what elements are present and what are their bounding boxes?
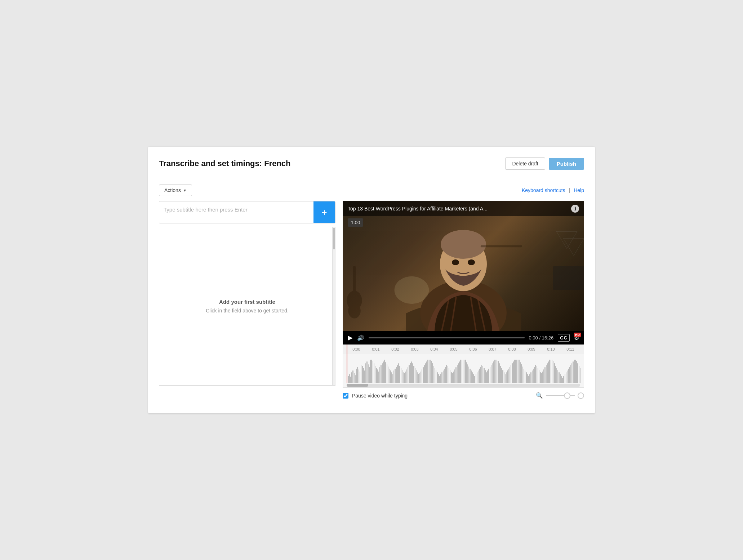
waveform-bar	[436, 370, 436, 383]
waveform-bar	[397, 365, 398, 383]
waveform-bar	[566, 372, 566, 383]
settings-button[interactable]: ⚙ HD	[574, 334, 579, 341]
add-subtitle-button[interactable]: +	[313, 201, 335, 223]
pause-checkbox-row: Pause video while typing	[343, 393, 408, 399]
plus-icon: +	[321, 208, 327, 217]
waveform-bar	[518, 360, 519, 383]
waveform-bar	[576, 361, 577, 383]
timeline-mark: 0:05	[444, 347, 463, 351]
waveform-bar	[499, 363, 500, 383]
timeline-mark: 0:02	[386, 347, 405, 351]
waveform-bar	[388, 366, 388, 383]
waveform-bar	[548, 361, 549, 383]
waveform-bar	[481, 365, 482, 383]
video-thumbnail: 1.00	[343, 201, 584, 331]
waveform-bar	[504, 372, 504, 383]
waveform-bar	[546, 365, 547, 383]
video-container: Top 13 Best WordPress Plugins for Affili…	[343, 201, 584, 345]
waveform-bar	[443, 370, 444, 383]
waveform-bar	[568, 369, 569, 383]
waveform-scrollbar[interactable]	[347, 384, 580, 387]
play-button[interactable]: ▶	[348, 334, 353, 342]
waveform-bar	[392, 374, 393, 383]
subtitle-list-area: Add your first subtitle Click in the fie…	[159, 227, 335, 386]
waveform-bar	[488, 369, 489, 383]
waveform-bar	[419, 373, 420, 383]
info-icon-symbol: ℹ	[574, 206, 576, 212]
waveform-bar	[464, 360, 464, 383]
waveform-bar	[533, 369, 534, 383]
page-title: Transcribe and set timings: French	[159, 159, 291, 168]
waveform-bar	[467, 364, 468, 383]
waveform-bar	[522, 366, 523, 383]
waveform-bar	[354, 373, 355, 383]
actions-button[interactable]: Actions ▼	[159, 185, 192, 196]
pause-video-checkbox[interactable]	[343, 393, 348, 399]
waveform-area	[343, 354, 584, 383]
waveform-bar	[502, 370, 503, 383]
timeline-playhead	[347, 345, 347, 354]
timeline-mark: 0:07	[483, 347, 502, 351]
waveform-bar	[527, 374, 528, 383]
waveform-bar	[538, 368, 538, 383]
waveform-bar	[409, 365, 409, 383]
waveform-bar	[411, 361, 412, 383]
waveform-bar	[423, 367, 423, 383]
waveform-bar	[385, 362, 386, 383]
progress-bar[interactable]	[369, 337, 525, 338]
waveform-bar	[432, 363, 433, 383]
waveform-bar	[551, 360, 551, 383]
timeline-mark: 0:04	[424, 347, 444, 351]
waveform-bar	[580, 368, 580, 383]
timeline-mark: 0:03	[405, 347, 424, 351]
svg-rect-14	[481, 245, 522, 248]
help-link[interactable]: Help	[574, 187, 584, 193]
waveform-bar	[491, 365, 491, 383]
bottom-bar: Pause video while typing 🔍	[343, 392, 584, 399]
zoom-icon: 🔍	[536, 392, 543, 399]
waveform-bar	[515, 360, 516, 383]
waveform-bar	[569, 367, 570, 383]
subtitle-input[interactable]	[159, 201, 313, 223]
waveform-bar	[368, 364, 369, 383]
publish-button[interactable]: Publish	[549, 158, 584, 170]
waveform-bar	[495, 360, 496, 383]
cc-button[interactable]: CC	[558, 334, 570, 342]
waveform-bar	[556, 368, 557, 383]
empty-state-subtitle: Click in the field above to get started.	[206, 308, 289, 314]
waveform-bar	[520, 362, 521, 383]
waveform-bar	[547, 363, 548, 383]
volume-button[interactable]: 🔊	[357, 334, 364, 341]
waveform-bar	[559, 372, 559, 383]
waveform-bars	[347, 356, 580, 383]
waveform-bar	[525, 370, 525, 383]
waveform-bar	[542, 372, 543, 383]
chevron-down-icon: ▼	[183, 188, 187, 192]
waveform-bar	[561, 376, 562, 383]
waveform-bar	[465, 360, 466, 383]
waveform-bar	[446, 365, 447, 383]
scrollbar[interactable]	[332, 227, 335, 385]
timeline-mark: 0:01	[366, 347, 386, 351]
keyboard-shortcuts-link[interactable]: Keyboard shortcuts	[522, 187, 565, 193]
waveform-bar	[530, 372, 531, 383]
waveform-bar	[383, 361, 384, 383]
waveform-bar	[444, 369, 445, 383]
waveform-bar	[492, 363, 493, 383]
waveform-bar	[377, 369, 378, 383]
waveform-bar	[363, 368, 364, 383]
waveform-bar	[532, 370, 533, 383]
waveform-bar	[480, 367, 481, 383]
zoom-slider[interactable]	[546, 395, 575, 396]
waveform-bar	[455, 367, 456, 383]
waveform-bar	[431, 361, 432, 383]
waveform-bar	[567, 370, 568, 383]
info-icon[interactable]: ℹ	[571, 205, 579, 213]
delete-draft-button[interactable]: Delete draft	[505, 157, 545, 170]
waveform-bar	[472, 372, 473, 383]
waveform-bar	[418, 374, 419, 383]
waveform-bar	[403, 372, 404, 383]
waveform-bar	[387, 364, 387, 383]
waveform-bar	[453, 372, 454, 383]
waveform-bar	[510, 367, 510, 383]
